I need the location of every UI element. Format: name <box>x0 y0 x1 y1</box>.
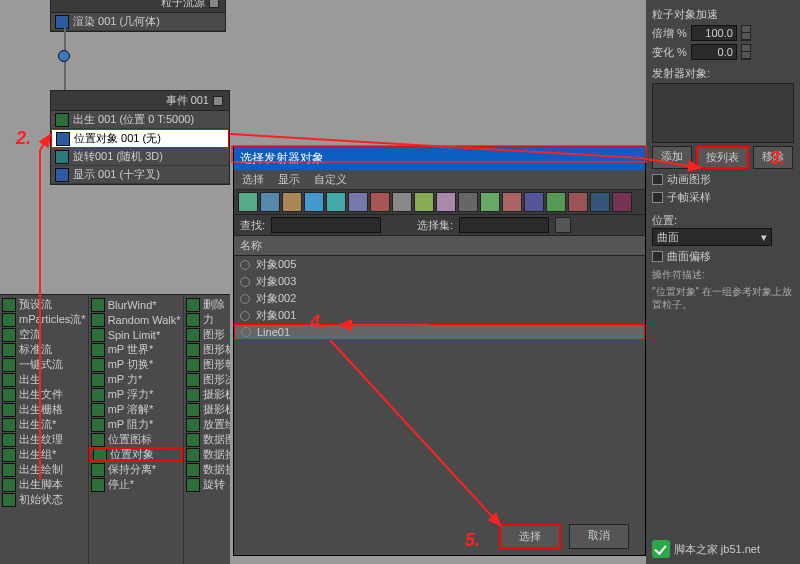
op-item[interactable]: 数据操 <box>184 447 230 462</box>
op-item[interactable]: 出生绘制 <box>0 462 88 477</box>
by-list-button[interactable]: 按列表 <box>696 146 749 169</box>
toolbar-button[interactable] <box>282 192 302 212</box>
op-item[interactable]: 出生 <box>0 372 88 387</box>
toolbar-button[interactable] <box>568 192 588 212</box>
selset-dropdown-icon[interactable] <box>555 217 571 233</box>
toolbar-button[interactable] <box>590 192 610 212</box>
op-item[interactable]: 位置对象 <box>89 447 183 462</box>
list-item[interactable]: 对象005 <box>234 256 645 273</box>
toolbar-button[interactable] <box>546 192 566 212</box>
spinner-icon[interactable] <box>741 44 751 60</box>
event-row[interactable]: 位置对象 001 (无) <box>51 129 229 148</box>
emitter-list[interactable] <box>652 83 794 143</box>
event-node[interactable]: 事件 001 出生 001 (位置 0 T:5000)位置对象 001 (无)旋… <box>50 90 230 185</box>
op-item[interactable]: 出生流* <box>0 417 88 432</box>
toolbar-button[interactable] <box>370 192 390 212</box>
op-icon <box>2 433 16 447</box>
anim-shape-checkbox[interactable] <box>652 174 663 185</box>
position-dropdown[interactable]: 曲面 <box>652 228 772 246</box>
particle-source-node[interactable]: 粒子流源 渲染 001 (几何体) <box>50 0 226 32</box>
toolbar-button[interactable] <box>524 192 544 212</box>
op-item[interactable]: mP 世界* <box>89 342 183 357</box>
toolbar-button[interactable] <box>392 192 412 212</box>
toolbar-button[interactable] <box>348 192 368 212</box>
op-item[interactable]: 摄影机 <box>184 387 230 402</box>
toolbar-button[interactable] <box>238 192 258 212</box>
cancel-button[interactable]: 取消 <box>569 524 629 549</box>
op-icon <box>2 298 16 312</box>
variation-input[interactable] <box>691 44 737 60</box>
op-item[interactable]: 力 <box>184 312 230 327</box>
op-item[interactable]: mP 力* <box>89 372 183 387</box>
dialog-toolbar[interactable] <box>234 190 645 215</box>
dialog-menu[interactable]: 选择 显示 自定义 <box>234 170 645 190</box>
render-row[interactable]: 渲染 001 (几何体) <box>51 13 225 31</box>
op-item[interactable]: 空流 <box>0 327 88 342</box>
add-button[interactable]: 添加 <box>652 146 692 169</box>
event-row[interactable]: 旋转001 (随机 3D) <box>51 148 229 166</box>
op-item[interactable]: mP 溶解* <box>89 402 183 417</box>
doubling-input[interactable] <box>691 25 737 41</box>
list-header[interactable]: 名称 <box>234 236 645 256</box>
op-item[interactable]: BlurWind* <box>89 297 183 312</box>
surf-offset-checkbox[interactable] <box>652 251 663 262</box>
list-item[interactable]: 对象001 <box>234 307 645 324</box>
op-item[interactable]: 一键式流 <box>0 357 88 372</box>
op-item[interactable]: 删除 <box>184 297 230 312</box>
op-icon <box>2 418 16 432</box>
op-item[interactable]: 图形 <box>184 327 230 342</box>
op-item[interactable]: 停止* <box>89 477 183 492</box>
op-item[interactable]: 摄影机 <box>184 402 230 417</box>
op-item[interactable]: 图形决 <box>184 372 230 387</box>
toolbar-button[interactable] <box>326 192 346 212</box>
object-list[interactable]: 对象005对象003对象002对象001Line01 <box>234 256 645 516</box>
op-item[interactable]: mP 阻力* <box>89 417 183 432</box>
menu-display[interactable]: 显示 <box>278 172 300 187</box>
ok-button[interactable]: 选择 <box>499 524 561 549</box>
op-item[interactable]: Random Walk* <box>89 312 183 327</box>
op-item[interactable]: 放置绘 <box>184 417 230 432</box>
op-item[interactable]: 初始状态 <box>0 492 88 507</box>
event-row-label: 显示 001 (十字叉) <box>73 167 160 182</box>
event-row[interactable]: 显示 001 (十字叉) <box>51 166 229 184</box>
op-icon <box>2 313 16 327</box>
spinner-icon[interactable] <box>741 25 751 41</box>
menu-select[interactable]: 选择 <box>242 172 264 187</box>
op-item[interactable]: 数据图 <box>184 432 230 447</box>
op-item[interactable]: 预设流 <box>0 297 88 312</box>
search-input[interactable] <box>271 217 381 233</box>
toolbar-button[interactable] <box>612 192 632 212</box>
op-item[interactable]: 图形朝 <box>184 357 230 372</box>
list-item[interactable]: 对象002 <box>234 290 645 307</box>
op-item[interactable]: mP 切换* <box>89 357 183 372</box>
toolbar-button[interactable] <box>502 192 522 212</box>
op-item[interactable]: 出生纹理 <box>0 432 88 447</box>
op-item[interactable]: 图形标 <box>184 342 230 357</box>
menu-custom[interactable]: 自定义 <box>314 172 347 187</box>
op-item[interactable]: Spin Limit* <box>89 327 183 342</box>
selset-input[interactable] <box>459 217 549 233</box>
op-item[interactable]: 数据损 <box>184 462 230 477</box>
toolbar-button[interactable] <box>436 192 456 212</box>
event-row[interactable]: 出生 001 (位置 0 T:5000) <box>51 111 229 129</box>
list-item[interactable]: 对象003 <box>234 273 645 290</box>
op-item[interactable]: mParticles流* <box>0 312 88 327</box>
toolbar-button[interactable] <box>304 192 324 212</box>
toolbar-button[interactable] <box>480 192 500 212</box>
op-item[interactable]: 出生文件 <box>0 387 88 402</box>
op-item[interactable]: 出生组* <box>0 447 88 462</box>
op-item[interactable]: 出生脚本 <box>0 477 88 492</box>
op-item[interactable]: 出生栅格 <box>0 402 88 417</box>
op-item[interactable]: 位置图标 <box>89 432 183 447</box>
toolbar-button[interactable] <box>414 192 434 212</box>
op-item[interactable]: 旋转 <box>184 477 230 492</box>
op-item[interactable]: 保持分离* <box>89 462 183 477</box>
toolbar-button[interactable] <box>260 192 280 212</box>
op-item[interactable]: mP 浮力* <box>89 387 183 402</box>
operator-palette[interactable]: 预设流mParticles流*空流标准流一键式流出生出生文件出生栅格出生流*出生… <box>0 294 230 564</box>
op-item[interactable]: 标准流 <box>0 342 88 357</box>
list-item[interactable]: Line01 <box>234 324 645 340</box>
op-icon <box>91 343 105 357</box>
toolbar-button[interactable] <box>458 192 478 212</box>
subframe-checkbox[interactable] <box>652 192 663 203</box>
